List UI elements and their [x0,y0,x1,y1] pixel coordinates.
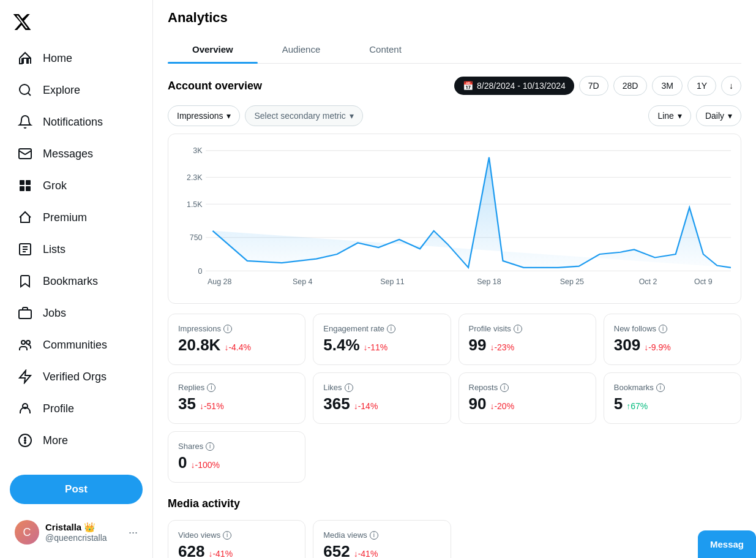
media-views-info-icon[interactable]: i [370,531,378,540]
svg-rect-3 [26,180,31,185]
engagement-change: -11% [364,342,388,352]
sidebar-item-messages[interactable]: Messages [5,138,148,169]
tab-audience[interactable]: Audience [258,36,345,63]
new-follows-value: 309-9.9% [614,336,731,355]
user-profile-section[interactable]: C Cristalla 👑 @queencristalla ··· [5,514,148,551]
reposts-info-icon[interactable]: i [500,383,509,392]
new-follows-info-icon[interactable]: i [659,325,667,333]
stats-grid-row3: Shares i 0-100% [168,431,741,483]
grok-icon [17,178,33,194]
profile-icon [17,401,33,417]
sidebar-item-bookmarks[interactable]: Bookmarks [5,266,148,296]
svg-text:2.3K: 2.3K [187,173,203,182]
main-content: Analytics Overview Audience Content Acco… [153,0,756,558]
secondary-metric-dropdown[interactable]: Select secondary metric ▾ [245,105,362,126]
download-icon: ↓ [729,81,733,91]
date-range-button[interactable]: 📅 8/28/2024 - 10/13/2024 [454,77,574,95]
sidebar-item-premium-label: Premium [43,211,87,224]
stat-card-reposts: Reposts i 90-20% [458,372,596,424]
impressions-info-icon[interactable]: i [223,325,232,333]
video-views-info-icon[interactable]: i [223,531,231,540]
stats-grid-row2: Replies i 35-51% Likes i 365-14% Reposts… [168,372,741,424]
media-views-change: -41% [354,549,378,558]
bookmarks-stat-label: Bookmarks [614,383,654,392]
sidebar-item-more[interactable]: More [5,425,148,456]
reposts-label: Reposts [469,383,498,392]
sidebar: Home Explore Notifications Messages [0,0,153,558]
chart-controls: Impressions ▾ Select secondary metric ▾ … [168,105,741,126]
media-stats-grid: Video views i 628-41% Media views i 652-… [168,520,741,558]
sidebar-item-home[interactable]: Home [5,43,148,74]
shares-value: 0-100% [178,453,295,472]
impressions-value: 20.8K-4.4% [178,336,295,355]
tab-overview[interactable]: Overview [168,36,258,63]
impressions-change: -4.4% [224,342,251,352]
home-icon [17,50,33,66]
sidebar-item-notifications[interactable]: Notifications [5,107,148,137]
engagement-label: Engagement rate [323,324,384,333]
replies-value: 35-51% [178,394,295,413]
sidebar-item-jobs[interactable]: Jobs [5,298,148,328]
chevron-down-icon-3: ▾ [678,111,682,121]
likes-info-icon[interactable]: i [345,383,353,392]
media-activity-title: Media activity [168,497,741,510]
stat-card-shares: Shares i 0-100% [168,431,305,483]
impressions-label: Impressions [178,324,221,333]
svg-text:0: 0 [198,267,203,276]
sidebar-item-premium[interactable]: Premium [5,202,148,233]
new-follows-label: New follows [614,324,656,333]
period-28d-button[interactable]: 28D [613,76,648,96]
stat-card-bookmarks: Bookmarks i 567% [604,372,741,424]
shares-label: Shares [178,442,203,451]
message-bubble-label: Messag [710,539,744,549]
sidebar-item-communities[interactable]: Communities [5,330,148,360]
new-follows-change: -9.9% [644,342,671,352]
profile-visits-info-icon[interactable]: i [514,325,522,333]
frequency-dropdown[interactable]: Daily ▾ [696,105,741,126]
profile-visits-change: -23% [490,342,514,352]
sidebar-item-explore[interactable]: Explore [5,75,148,105]
stat-card-replies: Replies i 35-51% [168,372,305,424]
likes-value: 365-14% [323,394,440,413]
download-button[interactable]: ↓ [721,76,741,96]
chart-controls-left: Impressions ▾ Select secondary metric ▾ [168,105,363,126]
mail-icon [17,146,33,162]
date-range-label: 8/28/2024 - 10/13/2024 [477,81,566,91]
post-button[interactable]: Post [10,475,143,504]
stat-card-likes: Likes i 365-14% [313,372,451,424]
message-notification-bubble[interactable]: Messag [698,530,756,558]
tab-content[interactable]: Content [345,36,426,63]
more-icon [17,432,33,448]
sidebar-item-home-label: Home [43,52,72,65]
shares-change: -100% [190,460,219,470]
x-logo[interactable] [0,5,152,39]
chart-type-dropdown[interactable]: Line ▾ [648,105,691,126]
period-7d-button[interactable]: 7D [579,76,608,96]
primary-metric-dropdown[interactable]: Impressions ▾ [168,105,240,126]
replies-info-icon[interactable]: i [207,383,215,392]
calendar-icon: 📅 [463,81,473,91]
chevron-down-icon-2: ▾ [350,111,354,121]
user-menu-dots[interactable]: ··· [129,526,138,539]
svg-text:Sep 11: Sep 11 [380,277,405,286]
period-3m-button[interactable]: 3M [652,76,682,96]
chart-type-label: Line [657,111,673,121]
sidebar-item-profile[interactable]: Profile [5,393,148,424]
profile-visits-value: 99-23% [469,336,586,355]
premium-icon [17,209,33,225]
likes-change: -14% [354,401,378,411]
sidebar-item-lists-label: Lists [43,243,65,256]
likes-label: Likes [323,383,342,392]
sidebar-item-communities-label: Communities [43,339,107,352]
sidebar-item-grok[interactable]: Grok [5,170,148,201]
shares-info-icon[interactable]: i [206,442,214,451]
bell-icon [17,114,33,130]
svg-point-14 [24,440,26,441]
replies-label: Replies [178,383,204,392]
svg-point-9 [26,341,30,344]
sidebar-item-lists[interactable]: Lists [5,234,148,265]
engagement-info-icon[interactable]: i [387,325,395,333]
sidebar-item-verified-orgs[interactable]: Verified Orgs [5,361,148,392]
bookmarks-info-icon[interactable]: i [656,383,665,392]
period-1y-button[interactable]: 1Y [687,76,716,96]
